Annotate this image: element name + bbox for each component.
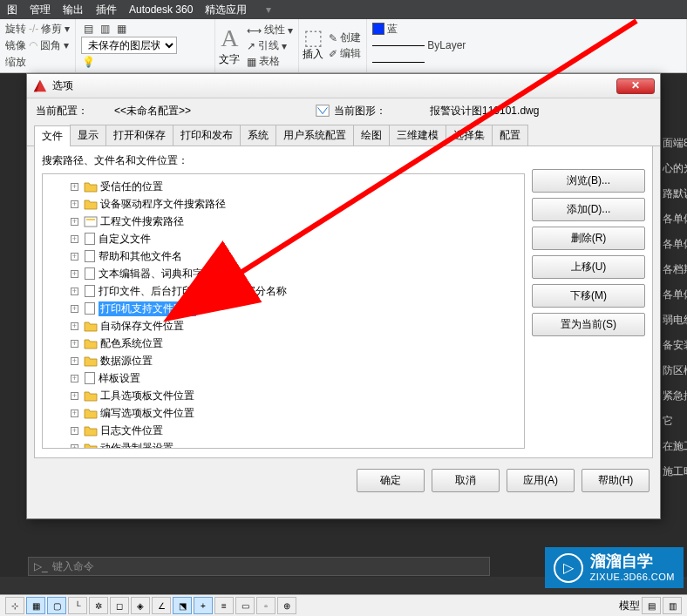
menu-item[interactable]: 管理	[30, 3, 51, 17]
expand-icon[interactable]: +	[46, 270, 81, 278]
leader-button[interactable]: ↗ 引线 ▾	[245, 38, 295, 54]
tree-item[interactable]: +打印文件、后台打印程序和前导部分名称	[44, 282, 522, 300]
create-button[interactable]: ✎ 创建	[327, 30, 363, 46]
tree-item[interactable]: +动作录制器设置	[44, 439, 522, 449]
linetype-combo[interactable]: ByLayer	[371, 37, 683, 53]
tree-item[interactable]: +设备驱动程序文件搜索路径	[44, 195, 522, 213]
browse-button[interactable]: 浏览(B)...	[532, 169, 645, 193]
model-space-label[interactable]: 模型	[619, 599, 640, 613]
expand-icon[interactable]: +	[46, 218, 81, 226]
ok-button[interactable]: 确定	[357, 469, 425, 492]
expand-icon[interactable]: +	[46, 375, 81, 382]
layer-icon[interactable]: ▤	[81, 22, 95, 36]
status-layout-icon[interactable]: ▤	[642, 597, 661, 614]
layer-icon2[interactable]: ▥	[98, 22, 112, 36]
tab-userpref[interactable]: 用户系统配置	[275, 125, 354, 146]
status-ortho-icon[interactable]: └	[68, 597, 87, 614]
tree-item[interactable]: +编写选项板文件位置	[44, 404, 522, 422]
status-tpy-icon[interactable]: ▭	[235, 597, 255, 614]
tab-display[interactable]: 显示	[70, 125, 106, 146]
tab-selection[interactable]: 选择集	[446, 125, 493, 146]
menu-item[interactable]: 输出	[63, 3, 84, 17]
tree-item[interactable]: +自动保存文件位置	[44, 317, 522, 335]
layer-state-combo[interactable]: 未保存的图层状态	[81, 37, 177, 54]
tab-plot[interactable]: 打印和发布	[173, 125, 241, 146]
setcurrent-button[interactable]: 置为当前(S)	[532, 313, 645, 336]
expand-icon[interactable]: +	[46, 305, 81, 313]
status-sc-icon[interactable]: ⊕	[277, 597, 296, 614]
tree-item[interactable]: +工具选项板文件位置	[44, 387, 522, 404]
tree-item[interactable]: +自定义文件	[44, 230, 522, 247]
tree-title: 搜索路径、文件名和文件位置：	[42, 153, 525, 168]
status-layout2-icon[interactable]: ▥	[663, 597, 682, 614]
scale-button[interactable]: 缩放	[3, 54, 71, 70]
tree-item[interactable]: +工程文件搜索路径	[44, 213, 522, 230]
expand-icon[interactable]: +	[46, 322, 81, 330]
tab-system[interactable]: 系统	[240, 125, 276, 146]
status-polar-icon[interactable]: ✲	[89, 597, 108, 614]
tab-open-save[interactable]: 打开和保存	[105, 125, 173, 146]
status-ducs-icon[interactable]: ⬔	[173, 597, 192, 614]
status-osnap-icon[interactable]: ◻	[110, 597, 129, 614]
expand-icon[interactable]: +	[46, 357, 81, 365]
tree-item[interactable]: +数据源位置	[44, 352, 522, 369]
status-qp-icon[interactable]: ▫	[256, 597, 275, 614]
tree-view[interactable]: +受信任的位置+设备驱动程序文件搜索路径+工程文件搜索路径+自定义文件+帮助和其…	[42, 173, 525, 449]
table-button[interactable]: ▦ 表格	[245, 54, 295, 70]
expand-icon[interactable]: +	[46, 200, 81, 208]
help-button[interactable]: 帮助(H)	[582, 469, 650, 492]
tree-item[interactable]: +样板设置	[44, 369, 522, 387]
moveup-button[interactable]: 上移(U)	[532, 255, 645, 279]
apply-button[interactable]: 应用(A)	[507, 469, 575, 492]
lineweight-combo[interactable]	[371, 54, 683, 70]
text-icon[interactable]: A	[221, 24, 238, 51]
menu-item[interactable]: 图	[7, 3, 17, 17]
status-lwt-icon[interactable]: ≡	[214, 597, 234, 614]
expand-icon[interactable]: +	[46, 427, 81, 435]
expand-icon[interactable]: +	[46, 410, 81, 417]
tab-files[interactable]: 文件	[34, 125, 71, 146]
menu-item[interactable]: 插件	[96, 3, 117, 17]
expand-icon[interactable]: +	[46, 392, 81, 400]
tree-item-label: 打印文件、后台打印程序和前导部分名称	[99, 284, 287, 299]
movedown-button[interactable]: 下移(M)	[532, 284, 645, 308]
menu-item[interactable]: 精选应用	[205, 3, 247, 17]
status-snap-icon[interactable]: ▦	[26, 597, 45, 614]
tree-item[interactable]: +配色系统位置	[44, 335, 522, 352]
expand-icon[interactable]: +	[46, 253, 81, 261]
expand-icon[interactable]: +	[46, 288, 81, 295]
remove-button[interactable]: 删除(R)	[532, 227, 645, 250]
status-infer-icon[interactable]: ⊹	[5, 597, 24, 614]
linear-dim-button[interactable]: ⟷ 线性 ▾	[245, 23, 295, 38]
tree-item-label: 日志文件位置	[100, 423, 163, 438]
layer-icon3[interactable]: ▦	[114, 22, 128, 36]
tree-item[interactable]: +日志文件位置	[44, 422, 522, 439]
tree-item[interactable]: +受信任的位置	[44, 178, 522, 195]
insert-icon[interactable]: ⬚	[306, 30, 320, 44]
menu-dropdown-icon[interactable]: ▾	[266, 3, 271, 16]
rotate-button[interactable]: 旋转 -/- 修剪 ▾	[3, 21, 71, 37]
expand-icon[interactable]: +	[46, 235, 81, 243]
expand-icon[interactable]: +	[46, 340, 81, 348]
cancel-button[interactable]: 取消	[432, 469, 500, 492]
menu-item[interactable]: Autodesk 360	[129, 3, 193, 16]
tab-3d[interactable]: 三维建模	[389, 125, 446, 146]
expand-icon[interactable]: +	[46, 183, 81, 191]
add-button[interactable]: 添加(D)...	[532, 198, 645, 221]
tab-profiles[interactable]: 配置	[492, 125, 528, 146]
tab-drafting[interactable]: 绘图	[353, 125, 390, 146]
tree-item[interactable]: +帮助和其他文件名	[44, 247, 522, 265]
edit-button[interactable]: ✐ 编辑	[327, 46, 363, 62]
command-line[interactable]: ▷_ 键入命令	[28, 557, 490, 576]
status-dyn-icon[interactable]: +	[194, 597, 213, 614]
mirror-button[interactable]: 镜像 ◠ 圆角 ▾	[3, 37, 71, 53]
tree-item[interactable]: +打印机支持文件路径	[44, 300, 522, 317]
status-3dosnap-icon[interactable]: ◈	[131, 597, 150, 614]
dialog-titlebar[interactable]: 选项 ✕	[27, 74, 660, 98]
status-otrack-icon[interactable]: ∠	[152, 597, 171, 614]
color-combo[interactable]: 蓝	[371, 21, 683, 37]
tree-item[interactable]: +文本编辑器、词典和字体文件名	[44, 265, 522, 282]
expand-icon[interactable]: +	[46, 444, 81, 450]
close-button[interactable]: ✕	[616, 78, 655, 94]
status-grid-icon[interactable]: ▢	[47, 597, 66, 614]
